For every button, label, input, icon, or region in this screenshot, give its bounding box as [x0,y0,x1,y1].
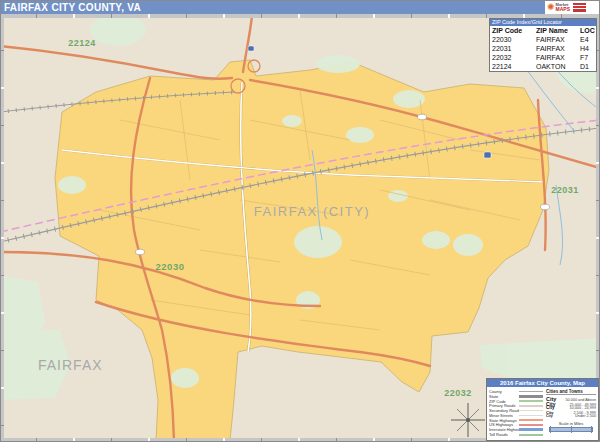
city-name-label: FAIRFAX (CITY) [254,204,370,219]
page-title: FAIRFAX CITY COUNTY, VA [0,2,141,13]
cell-name: FAIRFAX [536,53,580,62]
legend-item-swatch [519,428,543,431]
legend-item-swatch [519,424,543,426]
table-row: 22032 FAIRFAX F7 [490,53,596,62]
city-size-range: 50,000 and Above [565,398,596,402]
logo-badge [573,3,586,12]
scale-indicator: Scale in Miles [546,421,596,432]
cities-towns-header: Cities and Towns [546,389,596,395]
brand-logo: ✺ Market MAPS [545,0,600,14]
table-row: 22124 OAKTON D1 [490,62,596,71]
legend-symbols-column: County State ZIP Code Primary Roads Seco… [487,387,545,437]
county-name-label: FAIRFAX [38,357,103,373]
zip-label-22032: 22032 [444,388,472,398]
sunburst-logo-icon: ✺ [547,3,555,12]
zip-index-column-headers: ZIP Code ZIP Name LOC [490,26,596,35]
logo-brand-bottom: MAPS [556,7,570,11]
city-size-row: City Under 2,500 [546,414,596,419]
cell-loc: F7 [580,53,598,62]
scale-bar [549,427,593,432]
zip-index-header: ZIP Code Index/Grid Locator [490,19,596,26]
table-row: 22030 FAIRFAX E4 [490,35,596,44]
legend-item-swatch [519,434,543,436]
legend-item-swatch [519,391,543,392]
cell-loc: H4 [580,44,598,53]
cell-zip: 22031 [492,44,536,53]
legend-item-swatch [519,419,543,421]
legend-item-swatch [519,405,543,407]
map-legend: 2016 Fairfax City County, Map County Sta… [486,378,599,441]
col-loc: LOC [580,26,598,35]
city-size-label: City [546,414,553,418]
scale-tick [571,426,572,433]
map-page: FAIRFAX (CITY) FAIRFAX 22124 22030 22031… [0,0,600,442]
legend-title: 2016 Fairfax City County, Map [487,379,598,387]
scale-tick [591,426,592,433]
zip-label-22031: 22031 [551,185,579,195]
zip-index-table: ZIP Code Index/Grid Locator ZIP Code ZIP… [489,18,597,72]
legend-item-label: Toll Roads [489,432,519,437]
city-size-range: Under 2,500 [575,414,596,418]
cell-loc: D1 [580,62,598,71]
scale-tick [550,426,551,433]
cell-name: FAIRFAX [536,35,580,44]
grid-ruler-left [0,14,4,438]
legend-item-swatch [519,415,543,416]
col-zip-name: ZIP Name [536,26,580,35]
city-size-range: 10,000 - 24,999 [569,406,596,410]
title-bar: FAIRFAX CITY COUNTY, VA [0,0,545,14]
legend-item-swatch [519,410,543,412]
legend-item-swatch [519,400,543,402]
zip-label-22030: 22030 [156,261,185,272]
col-zip-code: ZIP Code [492,26,536,35]
cell-zip: 22030 [492,35,536,44]
table-row: 22031 FAIRFAX H4 [490,44,596,53]
cell-zip: 22032 [492,53,536,62]
zip-label-22124: 22124 [68,38,96,48]
cell-zip: 22124 [492,62,536,71]
cell-name: FAIRFAX [536,44,580,53]
legend-item: Toll Roads [489,432,544,437]
legend-cities-column: Cities and Towns City 50,000 and Above C… [545,387,598,437]
cell-name: OAKTON [536,62,580,71]
legend-item-swatch [519,395,543,398]
cell-loc: E4 [580,35,598,44]
grid-ruler-right [596,14,600,438]
